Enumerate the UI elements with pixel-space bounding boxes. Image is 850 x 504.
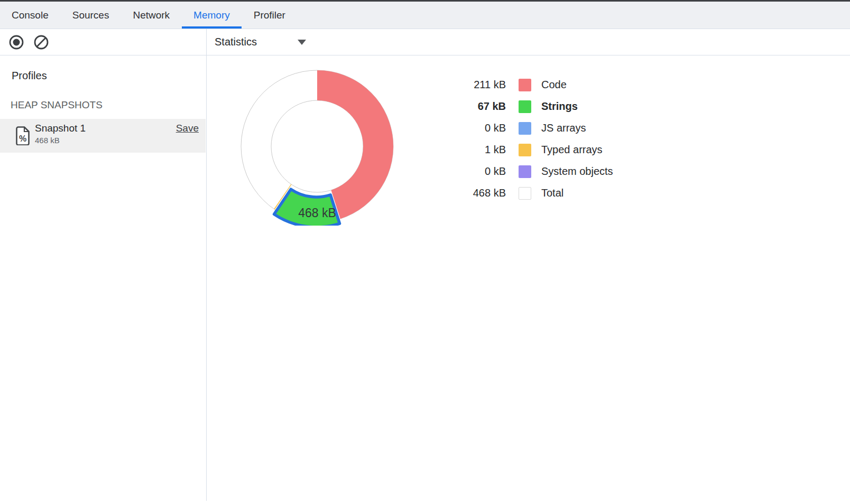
legend-row-total[interactable]: 468 kBTotal xyxy=(448,182,613,204)
snapshot-list-item[interactable]: % Snapshot 1 468 kB Save xyxy=(0,119,206,153)
legend-swatch-system-objects xyxy=(519,165,531,178)
profiler-controls xyxy=(8,29,49,55)
save-link[interactable]: Save xyxy=(176,123,199,134)
legend-swatch-total xyxy=(519,187,531,200)
chart-legend: 211 kBCode67 kBStrings0 kBJS arrays1 kBT… xyxy=(448,74,613,204)
profiles-heading: Profiles xyxy=(12,70,47,82)
legend-swatch-strings xyxy=(519,100,531,113)
chevron-down-icon xyxy=(298,40,306,45)
legend-label: Typed arrays xyxy=(541,144,603,156)
legend-value: 67 kB xyxy=(448,100,506,113)
legend-label: Code xyxy=(541,79,567,91)
legend-label: Total xyxy=(541,187,563,199)
legend-value: 468 kB xyxy=(448,187,506,199)
legend-swatch-js-arrays xyxy=(519,122,531,135)
tab-console[interactable]: Console xyxy=(0,2,60,29)
snapshot-size: 468 kB xyxy=(35,136,60,145)
legend-label: Strings xyxy=(541,100,578,113)
tab-profiler[interactable]: Profiler xyxy=(242,2,297,29)
toolbar: Statistics xyxy=(0,29,850,55)
legend-label: System objects xyxy=(541,165,613,178)
legend-row-typed-arrays[interactable]: 1 kBTyped arrays xyxy=(448,139,613,161)
legend-value: 1 kB xyxy=(448,144,506,156)
tab-network[interactable]: Network xyxy=(121,2,181,29)
tab-sources[interactable]: Sources xyxy=(61,2,121,29)
perspective-select-value: Statistics xyxy=(215,36,257,48)
clear-profiles-button[interactable] xyxy=(33,34,49,50)
legend-value: 0 kB xyxy=(448,122,506,134)
panel-tabbar: Console Sources Network Memory Profiler xyxy=(0,0,850,29)
tab-memory[interactable]: Memory xyxy=(182,2,242,29)
clear-block-icon xyxy=(33,44,49,52)
legend-swatch-code xyxy=(519,79,531,91)
legend-row-strings[interactable]: 67 kBStrings xyxy=(448,96,613,117)
heap-pie-chart: 468 kB xyxy=(238,67,396,226)
perspective-select[interactable]: Statistics xyxy=(215,29,306,55)
legend-row-code[interactable]: 211 kBCode xyxy=(448,74,613,96)
record-heap-snapshot-button[interactable] xyxy=(8,34,24,50)
record-icon xyxy=(8,44,24,52)
sidebar-divider[interactable] xyxy=(206,29,207,501)
legend-label: JS arrays xyxy=(541,122,586,134)
heap-snapshot-icon: % xyxy=(16,126,30,147)
legend-row-system-objects[interactable]: 0 kBSystem objects xyxy=(448,161,613,182)
snapshot-title: Snapshot 1 xyxy=(35,123,86,134)
legend-value: 0 kB xyxy=(448,165,506,178)
svg-text:%: % xyxy=(19,134,26,143)
legend-swatch-typed-arrays xyxy=(519,144,531,156)
heap-snapshots-section-heading: HEAP SNAPSHOTS xyxy=(11,99,103,111)
legend-row-js-arrays[interactable]: 0 kBJS arrays xyxy=(448,117,613,139)
legend-value: 211 kB xyxy=(448,79,506,91)
